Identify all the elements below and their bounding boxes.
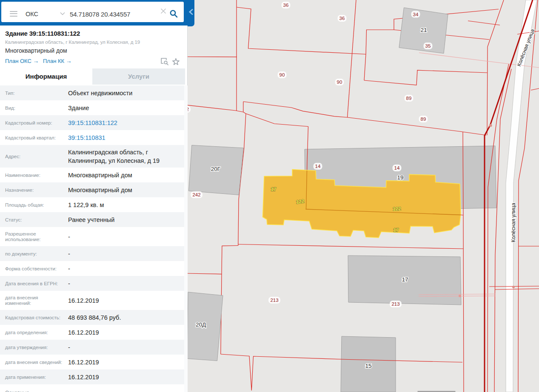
svg-text:34: 34 bbox=[413, 12, 419, 17]
svg-text:35: 35 bbox=[425, 43, 431, 48]
svg-text:Колёсная улица: Колёсная улица bbox=[510, 203, 516, 242]
svg-text:90: 90 bbox=[279, 72, 285, 77]
svg-text:19: 19 bbox=[397, 174, 403, 181]
svg-text:122: 122 bbox=[296, 199, 305, 205]
svg-text:14: 14 bbox=[394, 165, 400, 170]
svg-text:36: 36 bbox=[283, 3, 289, 8]
svg-text:89: 89 bbox=[406, 96, 412, 101]
svg-text:17: 17 bbox=[271, 187, 277, 192]
svg-text:20Д: 20Д bbox=[196, 321, 206, 328]
svg-text:14: 14 bbox=[315, 164, 321, 169]
svg-text:89: 89 bbox=[421, 116, 426, 122]
svg-text:213: 213 bbox=[391, 301, 399, 307]
svg-text:17: 17 bbox=[402, 276, 408, 283]
svg-text:15: 15 bbox=[365, 363, 371, 369]
svg-text:20Г: 20Г bbox=[211, 166, 221, 172]
svg-text:36: 36 bbox=[339, 16, 345, 21]
svg-text:122: 122 bbox=[393, 206, 401, 212]
svg-text:21: 21 bbox=[420, 27, 427, 33]
svg-text:213: 213 bbox=[270, 298, 278, 303]
svg-text:242: 242 bbox=[192, 192, 200, 197]
svg-text:17: 17 bbox=[394, 227, 399, 233]
svg-text:90: 90 bbox=[337, 80, 342, 85]
